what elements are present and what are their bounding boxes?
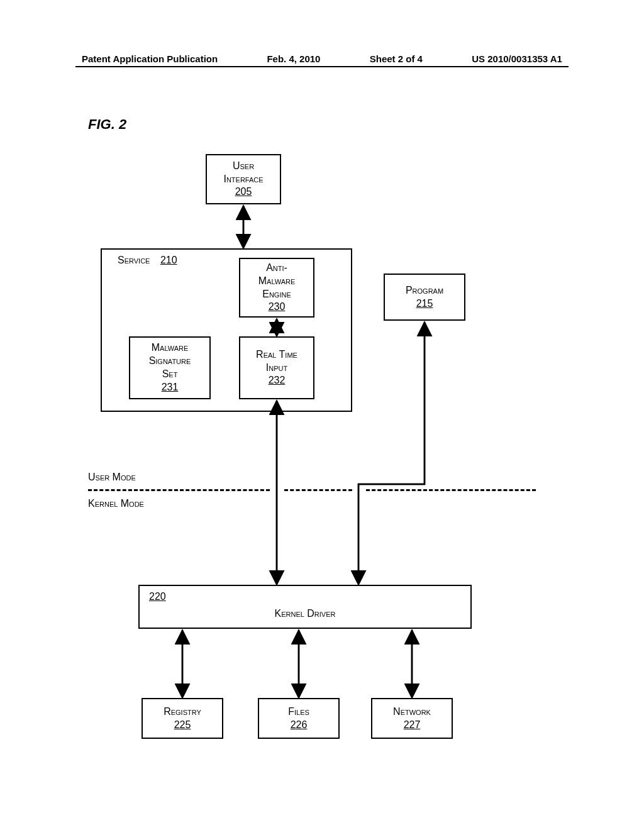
dashed-left	[88, 489, 270, 491]
service-num: 210	[160, 255, 177, 265]
page-header: Patent Application Publication Feb. 4, 2…	[0, 53, 644, 64]
service-label: Service 210	[118, 255, 177, 266]
ui-label-1: User	[233, 160, 254, 173]
diagram: User Interface 205 Service 210 Anti- Mal…	[82, 145, 560, 748]
box-network: Network 227	[371, 698, 453, 739]
user-mode-label: User Mode	[88, 472, 136, 483]
engine-l2: Malware	[258, 275, 296, 288]
program-label: Program	[406, 284, 443, 297]
engine-num: 230	[269, 301, 286, 314]
network-num: 227	[404, 719, 421, 732]
box-program: Program 215	[384, 274, 465, 321]
box-kernel-driver: 220 Kernel Driver	[138, 585, 472, 629]
files-label: Files	[288, 706, 309, 719]
program-num: 215	[416, 297, 433, 311]
header-rule	[75, 66, 569, 67]
registry-num: 225	[174, 719, 191, 732]
diagram-arrows	[82, 145, 560, 748]
rti-l2: Input	[266, 362, 287, 375]
box-registry: Registry 225	[142, 698, 223, 739]
header-title: Patent Application Publication	[82, 53, 218, 64]
network-label: Network	[393, 706, 431, 719]
engine-l1: Anti-	[266, 262, 287, 275]
rti-num: 232	[269, 374, 286, 387]
rti-l1: Real Time	[256, 348, 297, 362]
figure-label: FIG. 2	[88, 116, 126, 133]
dashed-right	[366, 489, 536, 491]
box-user-interface: User Interface 205	[206, 154, 281, 204]
box-files: Files 226	[258, 698, 340, 739]
registry-label: Registry	[164, 706, 201, 719]
header-docnum: US 2010/0031353 A1	[472, 53, 562, 64]
kd-label: Kernel Driver	[140, 608, 470, 619]
engine-l3: Engine	[262, 288, 291, 301]
ui-num: 205	[235, 185, 252, 199]
header-date: Feb. 4, 2010	[267, 53, 320, 64]
service-text: Service	[118, 255, 150, 265]
sigset-num: 231	[162, 381, 179, 394]
ui-label-2: Interface	[223, 173, 263, 186]
sigset-l2: Signature	[149, 355, 191, 368]
kernel-mode-label: Kernel Mode	[88, 498, 144, 509]
box-sigset: Malware Signature Set 231	[129, 336, 211, 399]
sigset-l1: Malware	[152, 341, 189, 355]
files-num: 226	[291, 719, 308, 732]
kd-num: 220	[149, 591, 166, 602]
header-sheet: Sheet 2 of 4	[370, 53, 423, 64]
sigset-l3: Set	[162, 368, 178, 381]
dashed-mid	[284, 489, 352, 491]
box-engine: Anti- Malware Engine 230	[239, 258, 314, 318]
box-rti: Real Time Input 232	[239, 336, 314, 399]
